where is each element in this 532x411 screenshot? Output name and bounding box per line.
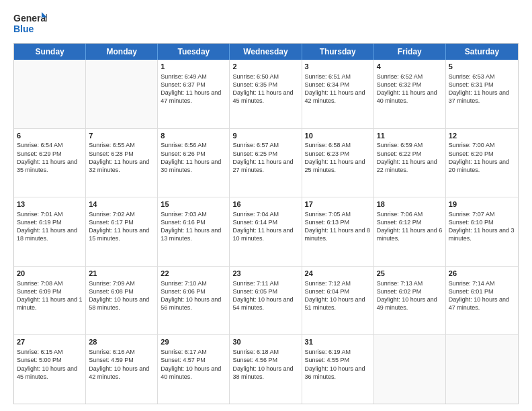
calendar-cell: 4Sunrise: 6:52 AMSunset: 6:32 PMDaylight… [374,60,446,128]
day-number: 9 [232,131,298,141]
cell-text: Sunrise: 6:17 AMSunset: 4:57 PMDaylight:… [161,348,226,381]
weekday-header-monday: Monday [86,44,158,60]
calendar-row-2: 13Sunrise: 7:01 AMSunset: 6:19 PMDayligh… [14,197,518,267]
day-number: 20 [17,269,83,279]
cell-text: Sunrise: 7:02 AMSunset: 6:17 PMDaylight:… [89,210,154,243]
calendar-cell: 8Sunrise: 6:56 AMSunset: 6:26 PMDaylight… [158,129,230,197]
cell-text: Sunrise: 7:09 AMSunset: 6:08 PMDaylight:… [89,279,154,312]
cell-text: Sunrise: 7:05 AMSunset: 6:13 PMDaylight:… [305,210,371,243]
day-number: 26 [449,269,515,279]
calendar-cell: 30Sunrise: 6:18 AMSunset: 4:56 PMDayligh… [230,335,302,404]
calendar-cell [374,335,446,404]
calendar-row-0: 1Sunrise: 6:49 AMSunset: 6:37 PMDaylight… [14,60,518,129]
day-number: 25 [377,269,443,279]
day-number: 16 [232,199,298,210]
calendar-cell: 23Sunrise: 7:11 AMSunset: 6:05 PMDayligh… [230,267,302,335]
calendar-row-3: 20Sunrise: 7:08 AMSunset: 6:09 PMDayligh… [14,267,518,336]
calendar-cell: 13Sunrise: 7:01 AMSunset: 6:19 PMDayligh… [14,197,86,266]
calendar-cell: 20Sunrise: 7:08 AMSunset: 6:09 PMDayligh… [14,267,86,335]
cell-text: Sunrise: 7:03 AMSunset: 6:16 PMDaylight:… [161,210,226,243]
calendar-cell: 2Sunrise: 6:50 AMSunset: 6:35 PMDaylight… [230,60,302,128]
weekday-header-wednesday: Wednesday [230,44,302,60]
cell-text: Sunrise: 7:11 AMSunset: 6:05 PMDaylight:… [232,279,298,312]
calendar-cell: 15Sunrise: 7:03 AMSunset: 6:16 PMDayligh… [158,197,230,266]
day-number: 3 [305,62,371,72]
calendar-cell: 24Sunrise: 7:12 AMSunset: 6:04 PMDayligh… [302,267,374,335]
calendar-cell: 18Sunrise: 7:06 AMSunset: 6:12 PMDayligh… [374,197,446,266]
day-number: 8 [161,131,226,141]
cell-text: Sunrise: 6:58 AMSunset: 6:23 PMDaylight:… [305,141,371,174]
header: GeneralBlue [13,11,519,36]
day-number: 10 [305,131,371,141]
day-number: 28 [89,337,154,347]
cell-text: Sunrise: 7:12 AMSunset: 6:04 PMDaylight:… [305,279,371,312]
cell-text: Sunrise: 6:57 AMSunset: 6:25 PMDaylight:… [232,141,298,174]
svg-text:Blue: Blue [13,24,34,34]
calendar-cell: 11Sunrise: 6:59 AMSunset: 6:22 PMDayligh… [374,129,446,197]
cell-text: Sunrise: 6:15 AMSunset: 5:00 PMDaylight:… [17,348,83,381]
cell-text: Sunrise: 6:18 AMSunset: 4:56 PMDaylight:… [232,348,298,381]
day-number: 6 [17,131,83,141]
cell-text: Sunrise: 7:08 AMSunset: 6:09 PMDaylight:… [17,279,83,312]
day-number: 24 [305,269,371,279]
calendar: SundayMondayTuesdayWednesdayThursdayFrid… [13,43,519,404]
calendar-cell: 7Sunrise: 6:55 AMSunset: 6:28 PMDaylight… [86,129,158,197]
day-number: 17 [305,199,371,210]
logo: GeneralBlue [13,11,47,36]
calendar-cell: 28Sunrise: 6:16 AMSunset: 4:59 PMDayligh… [86,335,158,404]
calendar-cell: 17Sunrise: 7:05 AMSunset: 6:13 PMDayligh… [302,197,374,266]
day-number: 31 [305,337,371,347]
calendar-cell: 31Sunrise: 6:19 AMSunset: 4:55 PMDayligh… [302,335,374,404]
day-number: 2 [232,62,298,72]
calendar-cell: 29Sunrise: 6:17 AMSunset: 4:57 PMDayligh… [158,335,230,404]
calendar-header: SundayMondayTuesdayWednesdayThursdayFrid… [14,44,518,60]
cell-text: Sunrise: 6:59 AMSunset: 6:22 PMDaylight:… [377,141,443,174]
cell-text: Sunrise: 6:56 AMSunset: 6:26 PMDaylight:… [161,141,226,174]
cell-text: Sunrise: 7:07 AMSunset: 6:10 PMDaylight:… [449,210,515,243]
day-number: 29 [161,337,226,347]
cell-text: Sunrise: 7:10 AMSunset: 6:06 PMDaylight:… [161,279,226,312]
day-number: 22 [161,269,226,279]
calendar-cell [86,60,158,128]
calendar-cell [446,335,518,404]
cell-text: Sunrise: 6:52 AMSunset: 6:32 PMDaylight:… [377,73,443,105]
calendar-body: 1Sunrise: 6:49 AMSunset: 6:37 PMDaylight… [14,60,518,404]
calendar-cell: 21Sunrise: 7:09 AMSunset: 6:08 PMDayligh… [86,267,158,335]
calendar-cell: 12Sunrise: 7:00 AMSunset: 6:20 PMDayligh… [446,129,518,197]
calendar-cell: 1Sunrise: 6:49 AMSunset: 6:37 PMDaylight… [158,60,230,128]
calendar-cell: 16Sunrise: 7:04 AMSunset: 6:14 PMDayligh… [230,197,302,266]
calendar-cell: 14Sunrise: 7:02 AMSunset: 6:17 PMDayligh… [86,197,158,266]
cell-text: Sunrise: 6:51 AMSunset: 6:34 PMDaylight:… [305,73,371,105]
day-number: 15 [161,199,226,210]
day-number: 27 [17,337,83,347]
calendar-cell: 3Sunrise: 6:51 AMSunset: 6:34 PMDaylight… [302,60,374,128]
cell-text: Sunrise: 6:16 AMSunset: 4:59 PMDaylight:… [89,348,154,381]
day-number: 18 [377,199,443,210]
cell-text: Sunrise: 6:54 AMSunset: 6:29 PMDaylight:… [17,141,83,174]
day-number: 23 [232,269,298,279]
day-number: 14 [89,199,154,210]
cell-text: Sunrise: 7:14 AMSunset: 6:01 PMDaylight:… [449,279,515,312]
cell-text: Sunrise: 7:04 AMSunset: 6:14 PMDaylight:… [232,210,298,243]
day-number: 30 [232,337,298,347]
cell-text: Sunrise: 7:06 AMSunset: 6:12 PMDaylight:… [377,210,443,243]
calendar-cell: 22Sunrise: 7:10 AMSunset: 6:06 PMDayligh… [158,267,230,335]
day-number: 11 [377,131,443,141]
calendar-cell: 27Sunrise: 6:15 AMSunset: 5:00 PMDayligh… [14,335,86,404]
calendar-row-1: 6Sunrise: 6:54 AMSunset: 6:29 PMDaylight… [14,129,518,198]
calendar-cell: 25Sunrise: 7:13 AMSunset: 6:02 PMDayligh… [374,267,446,335]
weekday-header-thursday: Thursday [302,44,374,60]
day-number: 4 [377,62,443,72]
day-number: 1 [161,62,226,72]
weekday-header-sunday: Sunday [14,44,86,60]
day-number: 19 [449,199,515,210]
calendar-row-4: 27Sunrise: 6:15 AMSunset: 5:00 PMDayligh… [14,335,518,404]
cell-text: Sunrise: 6:19 AMSunset: 4:55 PMDaylight:… [305,348,371,381]
day-number: 12 [449,131,515,141]
calendar-cell: 26Sunrise: 7:14 AMSunset: 6:01 PMDayligh… [446,267,518,335]
cell-text: Sunrise: 6:55 AMSunset: 6:28 PMDaylight:… [89,141,154,174]
cell-text: Sunrise: 7:01 AMSunset: 6:19 PMDaylight:… [17,210,83,243]
weekday-header-tuesday: Tuesday [158,44,230,60]
day-number: 5 [449,62,515,72]
logo-svg: GeneralBlue [13,11,47,36]
